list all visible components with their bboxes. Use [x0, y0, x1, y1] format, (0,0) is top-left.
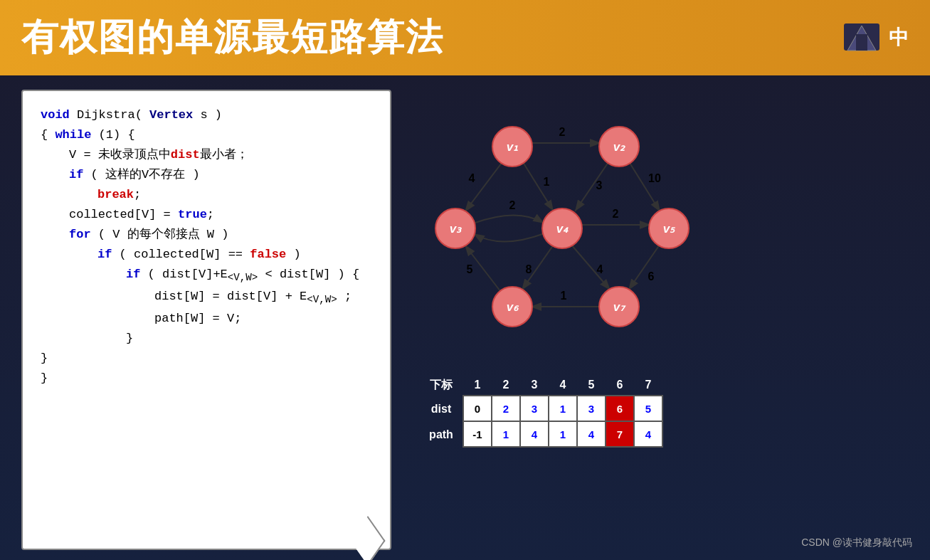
dist-row: 0 2 3 1 3 6 5: [463, 396, 662, 421]
code-line-3: V = 未收录顶点中dist最小者；: [41, 145, 372, 165]
path-cell-1: -1: [463, 421, 492, 447]
svg-line-12: [630, 163, 660, 212]
code-line-2: { while (1) {: [41, 125, 372, 145]
data-table: 1 2 3 4 5 6 7 0: [463, 374, 663, 448]
graph-svg: 2 4 1 3 10 2: [420, 97, 719, 339]
svg-text:2: 2: [613, 208, 619, 220]
svg-text:2: 2: [509, 199, 516, 211]
row-labels: 下标 dist path: [420, 375, 463, 448]
svg-text:1: 1: [561, 290, 567, 302]
title-bar: 有权图的单源最短路算法 中: [0, 0, 930, 75]
dist-cell-5: 3: [577, 396, 606, 421]
col-header-4: 4: [549, 374, 577, 396]
code-line-14: }: [41, 369, 372, 389]
col-header-3: 3: [520, 374, 549, 396]
code-line-6: collected[V] = true;: [41, 205, 372, 225]
svg-line-6: [465, 163, 502, 212]
code-line-10: dist[W] = dist[V] + E<V,W> ;: [41, 287, 372, 309]
dist-cell-7: 5: [634, 396, 662, 421]
col-header-2: 2: [492, 374, 520, 396]
graph-area: 2 4 1 3 10 2: [420, 97, 909, 353]
col-header-1: 1: [463, 374, 492, 396]
table-header-row: 1 2 3 4 5 6 7: [463, 374, 662, 396]
svg-text:6: 6: [648, 270, 655, 282]
logo-area: 中: [840, 20, 909, 56]
svg-text:v₁: v₁: [507, 140, 518, 154]
dist-label: dist: [420, 396, 463, 422]
svg-text:v₆: v₆: [507, 300, 519, 314]
svg-text:v₇: v₇: [613, 300, 626, 314]
watermark: CSDN @读书健身敲代码: [801, 537, 912, 549]
code-box: void Dijkstra( Vertex s ) { while (1) { …: [21, 90, 391, 550]
svg-text:1: 1: [544, 176, 550, 188]
logo-icon: [840, 20, 883, 56]
dist-cell-2: 2: [492, 396, 520, 421]
svg-line-21: [628, 245, 660, 290]
table-header-label: 下标: [420, 375, 463, 396]
svg-line-10: [575, 162, 608, 211]
col-header-7: 7: [634, 374, 662, 396]
svg-text:v₅: v₅: [663, 222, 675, 236]
svg-text:5: 5: [467, 263, 473, 275]
code-line-1: void Dijkstra( Vertex s ): [41, 105, 372, 125]
content-area: void Dijkstra( Vertex s ) { while (1) { …: [0, 75, 930, 560]
path-row: -1 1 4 1 4 7 4: [463, 421, 662, 447]
svg-text:4: 4: [597, 263, 603, 275]
path-cell-4: 1: [549, 421, 577, 447]
path-label: path: [420, 422, 463, 448]
code-line-5: break;: [41, 185, 372, 205]
svg-text:10: 10: [648, 172, 661, 184]
right-panel: 2 4 1 3 10 2: [420, 90, 909, 550]
page-title: 有权图的单源最短路算法: [21, 13, 444, 63]
dist-cell-1: 0: [463, 396, 492, 421]
code-line-12: }: [41, 329, 372, 349]
svg-rect-2: [856, 34, 867, 51]
dist-cell-6: 6: [606, 396, 634, 421]
table-wrapper: 下标 dist path 1 2 3 4 5 6: [420, 374, 909, 448]
table-area: 下标 dist path 1 2 3 4 5 6: [420, 374, 909, 448]
svg-text:8: 8: [526, 263, 532, 275]
svg-text:2: 2: [559, 126, 566, 138]
path-cell-2: 1: [492, 421, 520, 447]
code-line-7: for ( V 的每个邻接点 W ): [41, 225, 372, 245]
logo-text: 中: [889, 24, 909, 51]
code-line-11: path[W] = V;: [41, 309, 372, 329]
svg-line-19: [571, 245, 611, 290]
col-header-6: 6: [606, 374, 634, 396]
code-line-4: if ( 这样的V不存在 ): [41, 165, 372, 185]
slide: 有权图的单源最短路算法 中 void Dijkstra( Vertex s ) …: [0, 0, 930, 560]
svg-text:4: 4: [469, 172, 475, 184]
col-header-5: 5: [577, 374, 606, 396]
path-cell-7: 4: [634, 421, 662, 447]
dist-cell-3: 3: [520, 396, 549, 421]
path-cell-5: 4: [577, 421, 606, 447]
svg-text:v₂: v₂: [613, 140, 625, 154]
code-line-9: if ( dist[V]+E<V,W> < dist[W] ) {: [41, 265, 372, 287]
svg-text:v₃: v₃: [450, 222, 463, 236]
path-cell-3: 4: [520, 421, 549, 447]
dist-cell-4: 1: [549, 396, 577, 421]
svg-text:v₄: v₄: [556, 222, 569, 236]
code-line-8: if ( collected[W] == false ): [41, 245, 372, 265]
code-line-13: }: [41, 349, 372, 369]
path-cell-6: 7: [606, 421, 634, 447]
svg-text:3: 3: [596, 179, 603, 191]
